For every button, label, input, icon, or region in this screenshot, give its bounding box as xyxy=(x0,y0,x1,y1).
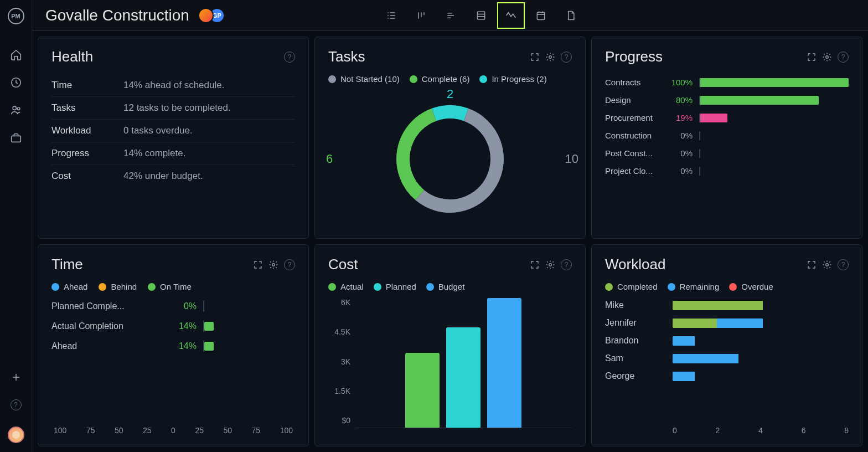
dashboard-grid: Health ? Time14% ahead of schedule.Tasks… xyxy=(32,31,868,452)
health-row: Tasks12 tasks to be completed. xyxy=(51,97,295,120)
progress-bar xyxy=(699,149,849,158)
time-label: Planned Comple... xyxy=(51,301,151,311)
health-value: 12 tasks to be completed. xyxy=(123,102,231,114)
health-value: 14% complete. xyxy=(123,148,185,159)
panel-title: Time xyxy=(51,256,83,273)
svg-point-1 xyxy=(13,106,16,110)
cost-bar xyxy=(487,298,521,428)
workload-label: Brandon xyxy=(605,336,666,346)
legend-item: Not Started (10) xyxy=(328,74,400,84)
progress-label: Procurement xyxy=(605,113,660,122)
help-icon[interactable]: ? xyxy=(561,52,572,63)
progress-value: 0% xyxy=(667,166,693,176)
health-key: Tasks xyxy=(51,102,123,114)
svg-point-2 xyxy=(17,107,20,110)
workload-label: Jennifer xyxy=(605,318,666,328)
donut-label-not-started: 10 xyxy=(565,152,578,166)
time-value: 14% xyxy=(158,341,197,351)
help-icon[interactable]: ? xyxy=(284,259,295,270)
legend-item: Completed xyxy=(605,282,658,291)
briefcase-icon[interactable] xyxy=(10,132,22,144)
panel-health: Health ? Time14% ahead of schedule.Tasks… xyxy=(38,37,309,239)
help-icon[interactable]: ? xyxy=(838,259,849,270)
people-icon[interactable] xyxy=(10,104,22,116)
progress-value: 19% xyxy=(667,113,693,122)
legend-item: Actual xyxy=(328,282,364,291)
progress-label: Project Clo... xyxy=(605,166,660,176)
time-value: 14% xyxy=(158,321,197,331)
legend-item: Behind xyxy=(99,282,137,291)
workload-axis: 02468 xyxy=(605,420,849,435)
svg-rect-5 xyxy=(537,12,544,19)
progress-bar xyxy=(699,167,849,176)
svg-rect-3 xyxy=(11,136,20,142)
gear-icon[interactable] xyxy=(822,259,832,270)
home-icon[interactable] xyxy=(10,49,22,61)
progress-value: 80% xyxy=(667,95,693,105)
clock-icon[interactable] xyxy=(10,76,22,89)
svg-point-10 xyxy=(826,263,829,266)
view-calendar-icon[interactable] xyxy=(527,2,555,29)
view-list-icon[interactable] xyxy=(378,2,405,29)
panel-cost: Cost ? ActualPlannedBudget 6K4.5K3K1.5K$… xyxy=(314,244,586,446)
view-gantt-icon[interactable] xyxy=(437,2,465,29)
time-axis: 1007550250255075100 xyxy=(51,419,295,435)
progress-bar xyxy=(699,131,849,140)
cost-bar xyxy=(446,327,480,428)
progress-bar xyxy=(699,78,849,87)
expand-icon[interactable] xyxy=(807,52,817,63)
panel-title: Progress xyxy=(605,48,663,65)
legend-item: Overdue xyxy=(729,282,773,291)
time-row: Ahead 14% xyxy=(51,341,295,351)
help-icon[interactable]: ? xyxy=(284,52,295,63)
panel-title: Cost xyxy=(328,256,358,273)
topbar: Govalle Construction GP xyxy=(32,0,868,31)
workload-bar xyxy=(673,354,849,363)
time-row: Planned Comple... 0% xyxy=(51,301,295,311)
progress-value: 0% xyxy=(667,131,693,140)
progress-value: 0% xyxy=(667,148,693,158)
legend-item: Planned xyxy=(374,282,416,291)
expand-icon[interactable] xyxy=(807,259,817,270)
health-row: Workload0 tasks overdue. xyxy=(51,120,295,142)
cost-bar xyxy=(405,353,440,428)
health-row: Time14% ahead of schedule. xyxy=(51,74,295,97)
time-bar xyxy=(203,302,219,311)
gear-icon[interactable] xyxy=(822,52,832,63)
view-board-icon[interactable] xyxy=(407,2,435,29)
tasks-donut-chart: 2 6 10 xyxy=(328,90,572,227)
legend-item: Remaining xyxy=(668,282,720,291)
workload-row: Brandon xyxy=(605,336,849,346)
progress-row: Construction 0% xyxy=(605,131,849,140)
progress-row: Project Clo... 0% xyxy=(605,166,849,176)
expand-icon[interactable] xyxy=(530,52,540,63)
project-members[interactable]: GP xyxy=(203,8,225,23)
help-icon[interactable]: ? xyxy=(561,259,572,270)
panel-time: Time ? AheadBehindOn Time Planned Comple… xyxy=(38,244,309,446)
expand-icon[interactable] xyxy=(253,259,263,270)
view-files-icon[interactable] xyxy=(557,2,585,29)
legend-item: Complete (6) xyxy=(410,74,470,84)
time-row: Actual Completion 14% xyxy=(51,321,295,331)
user-avatar[interactable] xyxy=(8,427,24,443)
workload-row: George xyxy=(605,371,849,381)
gear-icon[interactable] xyxy=(545,259,555,270)
panel-title: Workload xyxy=(605,256,665,273)
expand-icon[interactable] xyxy=(530,259,540,270)
gear-icon[interactable] xyxy=(545,52,555,63)
help-icon[interactable]: ? xyxy=(10,399,22,411)
progress-row: Post Const... 0% xyxy=(605,148,849,158)
workload-bar xyxy=(673,336,849,346)
gear-icon[interactable] xyxy=(268,259,278,270)
help-icon[interactable]: ? xyxy=(838,52,849,63)
project-title: Govalle Construction xyxy=(45,7,189,24)
svg-point-7 xyxy=(826,55,829,58)
legend-item: In Progress (2) xyxy=(479,74,546,84)
view-sheet-icon[interactable] xyxy=(467,2,495,29)
svg-rect-4 xyxy=(477,12,484,19)
view-dashboard-icon[interactable] xyxy=(497,2,525,29)
progress-label: Construction xyxy=(605,131,660,140)
panel-workload: Workload ? CompletedRemainingOverdue Mik… xyxy=(591,244,862,446)
app-logo[interactable]: PM xyxy=(8,8,24,24)
plus-icon[interactable] xyxy=(10,371,22,383)
